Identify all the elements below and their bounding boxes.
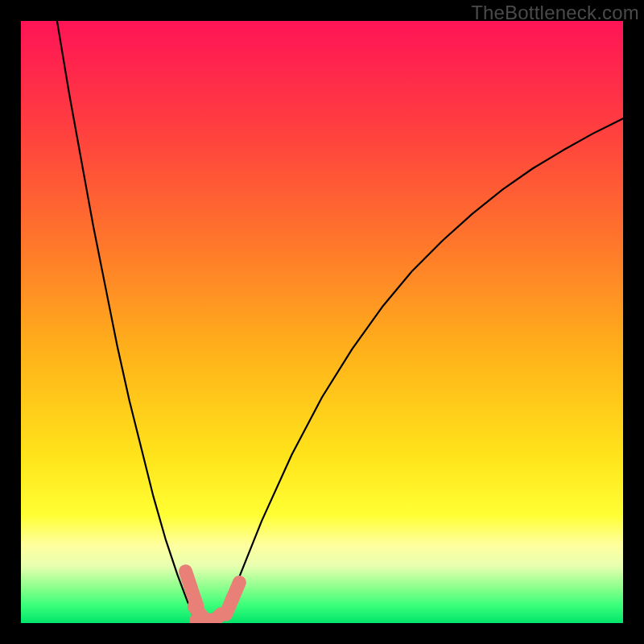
chart-svg bbox=[21, 21, 623, 623]
plot-area bbox=[21, 21, 623, 623]
marker-segment bbox=[233, 582, 240, 598]
chart-frame: TheBottleneck.com bbox=[0, 0, 644, 644]
gradient-background bbox=[21, 21, 623, 623]
watermark-text: TheBottleneck.com bbox=[471, 2, 639, 24]
